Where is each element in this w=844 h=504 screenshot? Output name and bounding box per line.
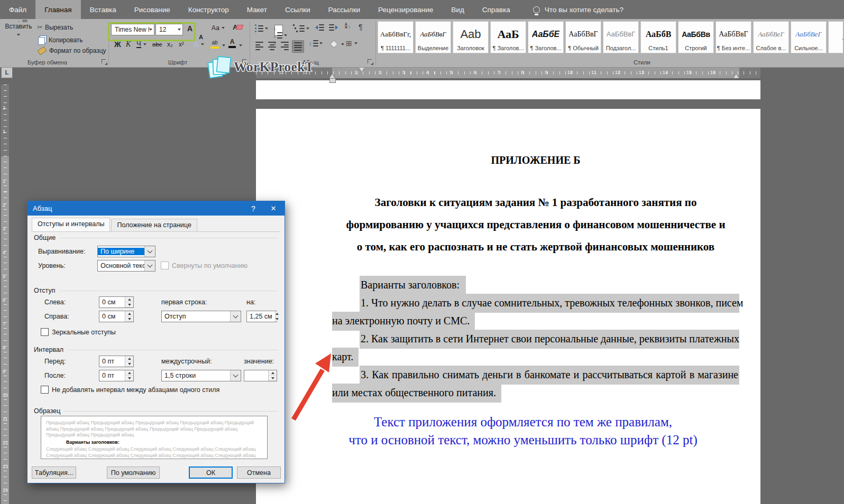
document-page[interactable]: ПРИЛОЖЕНИЕ Б Заголовки к ситуациям задан…: [256, 109, 760, 504]
shading-button[interactable]: [329, 40, 344, 48]
tab-layout[interactable]: Макет: [238, 0, 276, 19]
spin-up-button[interactable]: [269, 370, 277, 376]
doc-selected-text[interactable]: Варианты заголовков: 1. Что нужно делать…: [332, 276, 739, 402]
show-paragraph-marks-button[interactable]: ¶: [359, 23, 363, 31]
style-item[interactable]: АаБбВвГПодзагол...: [603, 21, 639, 53]
left-indent-marker[interactable]: [329, 78, 336, 83]
dialog-close-button[interactable]: ✕: [264, 201, 282, 216]
style-item[interactable]: АаБбВвГ¶ Обычный: [565, 21, 601, 53]
highlight-color-button[interactable]: ab: [210, 39, 219, 49]
alignment-combobox[interactable]: По ширине: [97, 246, 155, 257]
first-line-dropdown-button[interactable]: [230, 311, 241, 322]
paste-dropdown-icon[interactable]: [17, 34, 20, 36]
highlight-dropdown-icon[interactable]: [222, 44, 225, 46]
line-spacing-dropdown-button[interactable]: [230, 370, 241, 381]
spin-up-button[interactable]: [125, 370, 133, 376]
indent-left-spinner[interactable]: 0 см: [99, 296, 134, 308]
line-spacing-dropdown-icon[interactable]: [319, 42, 323, 44]
font-color-dropdown-icon[interactable]: [239, 44, 242, 46]
align-right-button[interactable]: [279, 40, 290, 52]
spin-down-button[interactable]: [269, 376, 277, 381]
numbering-dropdown-icon[interactable]: [284, 34, 287, 36]
dialog-help-button[interactable]: ?: [245, 201, 261, 216]
tab-line-page-breaks[interactable]: Положение на странице: [111, 219, 197, 231]
no-space-same-style-checkbox[interactable]: Не добавлять интервал между абзацами одн…: [41, 386, 219, 394]
strikethrough-button[interactable]: abc: [152, 41, 162, 48]
copy-button[interactable]: Копировать: [37, 35, 83, 45]
text-effects-dropdown-icon[interactable]: [201, 43, 204, 45]
spin-down-button[interactable]: [125, 316, 133, 322]
indent-right-spinner[interactable]: 0 см: [99, 311, 134, 322]
borders-button[interactable]: ⊞: [346, 39, 357, 48]
bullets-button[interactable]: [255, 24, 268, 32]
underline-dropdown-icon[interactable]: [143, 43, 146, 45]
spin-down-button[interactable]: [125, 302, 133, 307]
format-painter-button[interactable]: Формат по образцу: [37, 47, 106, 54]
clear-formatting-button[interactable]: А: [233, 23, 243, 31]
increase-indent-button[interactable]: [329, 24, 338, 31]
multilevel-list-button[interactable]: [293, 24, 309, 32]
style-item[interactable]: АаБбВеГСильное...: [791, 21, 827, 53]
spin-up-button[interactable]: [125, 311, 133, 316]
tabs-button[interactable]: Табуляция...: [32, 466, 76, 479]
spin-up-button[interactable]: [125, 297, 133, 302]
superscript-button[interactable]: х²: [179, 41, 184, 48]
underline-button[interactable]: Ч: [136, 40, 146, 48]
paragraph-dialog[interactable]: Абзац ? ✕ Отступы и интервалы Положение …: [27, 201, 285, 483]
style-item[interactable]: Аа: [828, 21, 843, 53]
tell-me-search[interactable]: Что вы хотите сделать?: [519, 0, 623, 19]
cut-button[interactable]: ✂ Вырезать: [37, 23, 73, 31]
line-spacing-combobox[interactable]: 1,5 строки: [161, 370, 241, 381]
tab-help[interactable]: Справка: [473, 0, 519, 19]
font-color-button[interactable]: А: [228, 38, 236, 48]
spin-down-button[interactable]: [276, 316, 279, 322]
alignment-dropdown-button[interactable]: [144, 246, 155, 257]
tab-mailings[interactable]: Рассылки: [319, 0, 370, 19]
bold-button[interactable]: Ж: [114, 40, 121, 49]
outline-level-dropdown-button[interactable]: [144, 260, 155, 271]
style-item[interactable]: АаБбВвСтрогий: [678, 21, 714, 53]
tab-stop-selector[interactable]: L: [1, 67, 13, 78]
borders-dropdown-icon[interactable]: [354, 42, 357, 44]
shading-dropdown-icon[interactable]: [341, 43, 344, 45]
sort-button[interactable]: АЯ ↓: [345, 23, 351, 29]
ok-button[interactable]: ОК: [189, 466, 233, 479]
style-item[interactable]: АаБбВеГСлабое в...: [753, 21, 789, 53]
style-item[interactable]: АаБбЕ¶ Заголов...: [528, 21, 564, 53]
paragraph-dialog-launcher-icon[interactable]: [368, 59, 373, 65]
tab-home[interactable]: Главная: [35, 0, 80, 19]
tab-review[interactable]: Рецензирование: [369, 0, 442, 19]
outline-level-combobox[interactable]: Основной текст: [97, 260, 155, 272]
spin-up-button[interactable]: [276, 311, 279, 316]
mirror-indents-checkbox[interactable]: Зеркальные отступы: [41, 328, 116, 336]
tab-design[interactable]: Конструктор: [179, 0, 238, 19]
spin-up-button[interactable]: [125, 356, 133, 361]
clipboard-dialog-launcher-icon[interactable]: [102, 59, 107, 65]
line-spacing-button[interactable]: ↕: [309, 40, 323, 46]
style-item[interactable]: АаБбВвГ¶ Без инте...: [715, 21, 751, 53]
tab-references[interactable]: Ссылки: [276, 0, 319, 19]
tab-view[interactable]: Вид: [442, 0, 473, 19]
multilevel-dropdown-icon[interactable]: [306, 27, 309, 30]
align-left-button[interactable]: [254, 40, 265, 52]
change-case-button[interactable]: Аа: [212, 24, 225, 32]
set-default-button[interactable]: По умолчанию: [107, 466, 160, 479]
tab-file[interactable]: Файл: [0, 0, 35, 19]
first-line-by-spinner[interactable]: 1,25 см: [246, 311, 277, 322]
style-item[interactable]: АаБбВСтиль1: [640, 21, 676, 53]
style-item[interactable]: АаБбВвГг,¶ 1111111...: [378, 21, 414, 53]
decrease-indent-button[interactable]: [315, 24, 324, 31]
spin-down-button[interactable]: [125, 376, 133, 381]
align-center-button[interactable]: [267, 40, 278, 52]
spin-down-button[interactable]: [125, 361, 133, 367]
spacing-after-spinner[interactable]: 0 пт: [99, 370, 134, 381]
paste-button[interactable]: Вставить: [4, 21, 33, 38]
style-item[interactable]: АаБбВвГВыделение: [415, 21, 451, 53]
tab-draw[interactable]: Рисование: [125, 0, 179, 19]
right-indent-marker[interactable]: [733, 74, 739, 78]
style-item[interactable]: АаБ¶ Заголов...: [490, 21, 526, 53]
justify-button[interactable]: [292, 40, 304, 53]
text-effects-button[interactable]: А: [194, 40, 204, 49]
tab-insert[interactable]: Вставка: [81, 0, 125, 19]
first-line-combobox[interactable]: Отступ: [161, 311, 241, 322]
